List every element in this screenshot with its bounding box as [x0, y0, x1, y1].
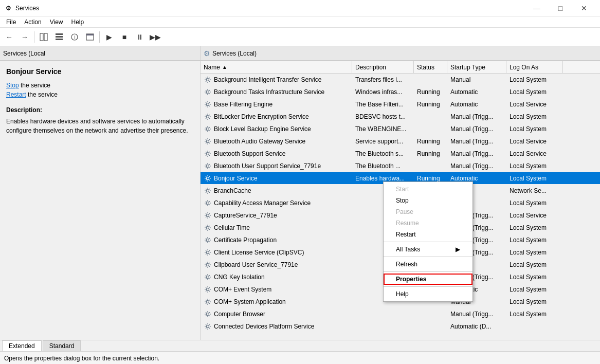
- service-icon: [204, 162, 212, 170]
- col-header-desc[interactable]: Description: [352, 61, 414, 73]
- context-menu-item-pause: Pause: [384, 206, 472, 217]
- context-menu-separator: [384, 271, 472, 272]
- service-icon: [204, 322, 212, 331]
- service-name-cell: COM+ Event System: [214, 286, 271, 293]
- table-row[interactable]: Bluetooth User Support Service_7791eThe …: [201, 160, 600, 172]
- service-icon: [204, 211, 212, 220]
- table-row[interactable]: Background Intelligent Transfer ServiceT…: [201, 74, 600, 86]
- left-panel: Bonjour Service Stop the service Restart…: [0, 61, 201, 340]
- forward-button[interactable]: →: [17, 30, 32, 44]
- table-row[interactable]: Connected Devices Platform ServiceAutoma…: [201, 320, 600, 333]
- svg-rect-8: [86, 34, 94, 35]
- description-text: Enables hardware devices and software se…: [6, 117, 194, 135]
- svg-point-15: [207, 152, 209, 155]
- service-name-cell: Client License Service (ClipSVC): [214, 249, 304, 256]
- left-nav-text: Services (Local: [3, 50, 45, 57]
- play-button[interactable]: ▶: [102, 30, 116, 44]
- col-header-name[interactable]: Name ▲: [201, 61, 352, 73]
- cell-name: Computer Browser: [201, 308, 352, 320]
- cell-logon: Local System: [506, 246, 563, 258]
- service-name-cell: Connected Devices Platform Service: [214, 323, 314, 330]
- cell-desc: [352, 320, 414, 332]
- service-icon: [204, 199, 212, 207]
- svg-text:i: i: [75, 34, 76, 40]
- tab-extended[interactable]: Extended: [2, 340, 42, 351]
- table-row[interactable]: Bluetooth Audio Gateway ServiceService s…: [201, 135, 600, 148]
- col-header-logon[interactable]: Log On As: [506, 61, 563, 73]
- cell-status: Running: [414, 86, 447, 98]
- properties-icon-button[interactable]: i: [67, 30, 82, 44]
- properties-list-button[interactable]: [52, 30, 66, 44]
- context-menu-item-refresh[interactable]: Refresh: [384, 259, 472, 270]
- cell-startup: Manual (Trigg...: [447, 308, 506, 320]
- back-button[interactable]: ←: [2, 30, 16, 44]
- menu-view[interactable]: View: [46, 17, 67, 27]
- table-row[interactable]: Base Filtering EngineThe Base Filteri...…: [201, 98, 600, 111]
- svg-point-16: [207, 165, 209, 167]
- service-icon: [204, 236, 212, 244]
- selected-service-name: Bonjour Service: [6, 67, 194, 76]
- service-icon: [204, 285, 212, 294]
- tab-standard[interactable]: Standard: [43, 340, 81, 351]
- table-row[interactable]: Bluetooth Support ServiceThe Bluetooth s…: [201, 148, 600, 160]
- minimize-button[interactable]: —: [525, 0, 549, 16]
- cell-name: Bluetooth Audio Gateway Service: [201, 135, 352, 147]
- stop-link[interactable]: Stop: [6, 82, 19, 89]
- pause-button[interactable]: ⏸: [133, 30, 147, 44]
- restart-action: Restart the service: [6, 91, 194, 98]
- context-menu-item-all-tasks[interactable]: All Tasks▶: [384, 244, 472, 255]
- restart-link[interactable]: Restart: [6, 91, 26, 98]
- cell-logon: [506, 320, 563, 332]
- toolbar-separator-1: [34, 31, 34, 43]
- cell-name: Base Filtering Engine: [201, 98, 352, 110]
- submenu-arrow-icon: ▶: [456, 246, 460, 253]
- service-name-cell: Certificate Propagation: [214, 236, 277, 244]
- svg-rect-4: [56, 39, 63, 40]
- context-menu-item-help[interactable]: Help: [384, 288, 472, 300]
- cell-name: BitLocker Drive Encryption Service: [201, 111, 352, 122]
- stop-text: the service: [19, 82, 50, 89]
- service-icon: [204, 273, 212, 281]
- cell-status: Running: [414, 135, 447, 147]
- cell-name: Block Level Backup Engine Service: [201, 123, 352, 135]
- service-icon: [204, 174, 212, 183]
- table-row[interactable]: Background Tasks Infrastructure ServiceW…: [201, 86, 600, 98]
- service-name-cell: Bluetooth Audio Gateway Service: [214, 138, 305, 145]
- cell-logon: Local System: [506, 123, 563, 135]
- cell-logon: Local System: [506, 308, 563, 320]
- cell-status: Running: [414, 148, 447, 159]
- cell-name: Cellular Time: [201, 222, 352, 233]
- col-header-status[interactable]: Status: [414, 61, 447, 73]
- menu-file[interactable]: File: [2, 17, 20, 27]
- console-button[interactable]: [83, 30, 97, 44]
- table-row[interactable]: Block Level Backup Engine ServiceThe WBE…: [201, 123, 600, 135]
- service-name-cell: Background Intelligent Transfer Service: [214, 76, 321, 83]
- stop-button[interactable]: ■: [117, 30, 132, 44]
- cell-logon: Local Service: [506, 148, 563, 159]
- restart-button[interactable]: ▶▶: [148, 30, 162, 44]
- context-menu-item-restart[interactable]: Restart: [384, 229, 472, 240]
- status-text: Opens the properties dialog box for the …: [4, 355, 159, 362]
- left-nav-bar: Services (Local: [0, 46, 201, 61]
- show-hide-tree-button[interactable]: [37, 30, 51, 44]
- menu-action[interactable]: Action: [20, 17, 45, 27]
- col-header-startup[interactable]: Startup Type: [447, 61, 506, 73]
- toolbar-separator-2: [99, 31, 100, 43]
- cell-startup: Manual (Trigg...: [447, 111, 506, 122]
- svg-point-26: [207, 288, 209, 290]
- context-menu-item-properties[interactable]: Properties: [384, 274, 472, 285]
- service-icon: [204, 310, 212, 318]
- maximize-button[interactable]: □: [549, 0, 572, 16]
- cell-startup: Manual (Trigg...: [447, 123, 506, 135]
- context-menu-item-stop[interactable]: Stop: [384, 195, 472, 206]
- context-menu-separator: [384, 286, 472, 287]
- table-row[interactable]: BitLocker Drive Encryption ServiceBDESVC…: [201, 111, 600, 123]
- service-icon: [204, 137, 212, 145]
- cell-logon: Local System: [506, 222, 563, 233]
- cell-desc: The Bluetooth s...: [352, 148, 414, 159]
- cell-name: BranchCache: [201, 185, 352, 196]
- table-row[interactable]: Computer BrowserManual (Trigg...Local Sy…: [201, 308, 600, 320]
- menu-help[interactable]: Help: [67, 17, 88, 27]
- close-button[interactable]: ✕: [572, 0, 596, 16]
- svg-rect-0: [40, 33, 43, 41]
